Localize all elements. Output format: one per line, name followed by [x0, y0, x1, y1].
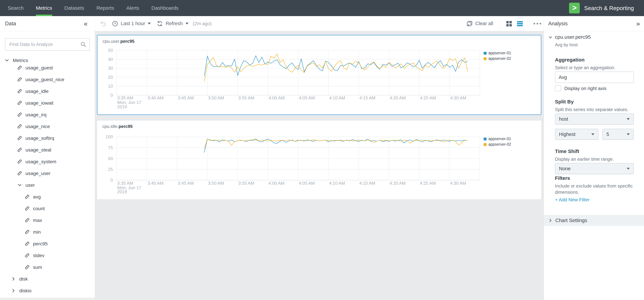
- collapse-right-panel-button[interactable]: »: [636, 20, 640, 27]
- chevron-down-icon: [186, 23, 188, 24]
- tree-item-sum[interactable]: sum: [0, 261, 95, 273]
- time-shift-dropdown[interactable]: None: [555, 163, 634, 174]
- svg-text:appserver-02: appserver-02: [488, 56, 511, 61]
- svg-text:3:50 AM: 3:50 AM: [208, 95, 224, 100]
- svg-text:3:55 AM: 3:55 AM: [238, 181, 254, 186]
- tree-item-min[interactable]: min: [0, 226, 95, 238]
- chevron-right-icon: [10, 288, 16, 294]
- svg-text:appserver-01: appserver-01: [488, 137, 511, 141]
- svg-text:appserver-01: appserver-01: [488, 51, 511, 55]
- metric-ruler-icon: [17, 170, 22, 176]
- svg-text:4:30 AM: 4:30 AM: [450, 95, 466, 100]
- split-by-field-dropdown[interactable]: host: [555, 113, 634, 125]
- nav-item-reports[interactable]: Reports: [96, 0, 114, 16]
- horizontal-scrollbar[interactable]: [0, 298, 95, 300]
- svg-text:3:40 AM: 3:40 AM: [148, 95, 164, 100]
- metric-ruler-icon: [24, 206, 30, 211]
- clear-all-button[interactable]: Clear all: [466, 16, 493, 31]
- svg-text:3:50 AM: 3:50 AM: [208, 181, 224, 186]
- data-sidebar: Metrics usage_guest usage_guest_nice: [0, 31, 95, 300]
- tree-item-usage_guest[interactable]: usage_guest: [0, 62, 95, 74]
- svg-text:4:15 AM: 4:15 AM: [359, 181, 375, 186]
- filters-helper: Include or exclude values from specific …: [555, 183, 637, 195]
- search-icon: [80, 41, 86, 47]
- tree-item-usage_iowait[interactable]: usage_iowait: [0, 97, 95, 109]
- list-view-button[interactable]: [516, 16, 524, 31]
- tree-item-usage_user[interactable]: usage_user: [0, 167, 95, 179]
- chart-card-cpu-user-perc95[interactable]: cpu.user.perc95 010203040503:35 AMMon, J…: [97, 35, 541, 115]
- svg-text:30: 30: [108, 66, 113, 71]
- svg-text:4:05 AM: 4:05 AM: [299, 181, 315, 186]
- tree-item-diskio[interactable]: diskio: [0, 285, 95, 297]
- aggregation-input[interactable]: [555, 71, 634, 83]
- tree-item-usage_guest_nice[interactable]: usage_guest_nice: [0, 74, 95, 85]
- svg-text:4:25 AM: 4:25 AM: [420, 95, 436, 100]
- right-axis-label: Display on right axis: [564, 86, 606, 91]
- metric-subtitle: Avg by host: [555, 42, 578, 47]
- tree-item-usage_softirq[interactable]: usage_softirq: [0, 132, 95, 144]
- tree-item-usage_irq[interactable]: usage_irq: [0, 109, 95, 120]
- collapse-left-panel-button[interactable]: «: [84, 16, 88, 31]
- refresh-icon: [157, 20, 163, 27]
- svg-text:4:20 AM: 4:20 AM: [390, 95, 406, 100]
- metric-ruler-icon: [24, 264, 30, 270]
- tree-item-stdev[interactable]: stdev: [0, 250, 95, 261]
- metrics-tree: Metrics usage_guest usage_guest_nice: [0, 54, 95, 298]
- refresh-button[interactable]: Refresh (2m ago): [157, 16, 212, 31]
- chart-card-cpu-idle-perc95[interactable]: cpu.idle.perc95 02550751003:35 AMMon, Ju…: [97, 120, 541, 199]
- tree-item-usage_system[interactable]: usage_system: [0, 156, 95, 167]
- metric-name: cpu.user.perc95: [555, 34, 591, 40]
- nav-item-metrics[interactable]: Metrics: [36, 0, 52, 16]
- svg-text:75: 75: [108, 145, 113, 150]
- tree-item-user[interactable]: user: [0, 179, 95, 191]
- metric-collapse-toggle[interactable]: [548, 35, 553, 40]
- nav-item-datasets[interactable]: Datasets: [64, 0, 84, 16]
- metric-ruler-icon: [17, 147, 22, 153]
- divider: [500, 16, 500, 31]
- aggregation-heading: Aggregation: [555, 57, 585, 63]
- split-by-limit-dropdown[interactable]: 5: [602, 129, 634, 140]
- search-input[interactable]: [5, 38, 90, 51]
- time-shift-helper: Display an earlier time range.: [555, 156, 637, 162]
- tree-item-usage_steal[interactable]: usage_steal: [0, 144, 95, 156]
- svg-text:4:00 AM: 4:00 AM: [268, 181, 284, 186]
- more-actions-button[interactable]: [533, 16, 542, 31]
- svg-text:100: 100: [106, 134, 113, 139]
- tree-item-count[interactable]: count: [0, 203, 95, 214]
- svg-text:3:45 AM: 3:45 AM: [178, 95, 194, 100]
- tree-item-disk[interactable]: disk: [0, 273, 95, 285]
- svg-text:4:20 AM: 4:20 AM: [390, 181, 406, 186]
- metric-ruler-icon: [17, 159, 22, 164]
- last-refreshed-label: (2m ago): [193, 21, 212, 26]
- line-chart[interactable]: 010203040503:35 AMMon, Jun 1720193:40 AM…: [98, 40, 541, 114]
- divider: [528, 16, 528, 31]
- time-shift-heading: Time Shift: [555, 148, 579, 154]
- chevron-down-icon: [4, 57, 10, 63]
- tree-item-max[interactable]: max: [0, 214, 95, 226]
- nav-item-search[interactable]: Search: [8, 0, 24, 16]
- line-chart[interactable]: 02550751003:35 AMMon, Jun 1720193:40 AM3…: [97, 125, 541, 200]
- app-brand[interactable]: > Search & Reporting: [569, 0, 634, 16]
- tree-item-usage_idle[interactable]: usage_idle: [0, 85, 95, 97]
- clear-all-label: Clear all: [475, 21, 493, 26]
- time-range-picker[interactable]: Last 1 hour: [112, 16, 151, 31]
- grid-view-button[interactable]: [506, 16, 512, 31]
- right-axis-checkbox[interactable]: [555, 85, 561, 91]
- metric-ruler-icon: [17, 65, 22, 70]
- svg-text:2019: 2019: [117, 189, 127, 194]
- chart-settings-toggle[interactable]: Chart Settings: [544, 215, 644, 226]
- tree-item-avg[interactable]: avg: [0, 191, 95, 203]
- chevron-down-icon: [627, 168, 630, 170]
- tree-item-usage_nice[interactable]: usage_nice: [0, 120, 95, 132]
- chevron-down-icon: [17, 182, 22, 188]
- add-new-filter-link[interactable]: + Add New Filter: [555, 197, 590, 203]
- undo-button[interactable]: [100, 16, 107, 31]
- svg-text:2019: 2019: [117, 104, 127, 109]
- tree-item-perc95[interactable]: perc95: [0, 238, 95, 250]
- split-by-order-dropdown[interactable]: Highest: [555, 129, 598, 140]
- aggregation-helper: Select or type an aggregation.: [555, 65, 637, 71]
- nav-item-dashboards[interactable]: Dashboards: [152, 0, 178, 16]
- data-panel-title: Data: [5, 16, 16, 31]
- nav-item-alerts[interactable]: Alerts: [126, 0, 139, 16]
- svg-text:3:35 AM: 3:35 AM: [117, 181, 133, 186]
